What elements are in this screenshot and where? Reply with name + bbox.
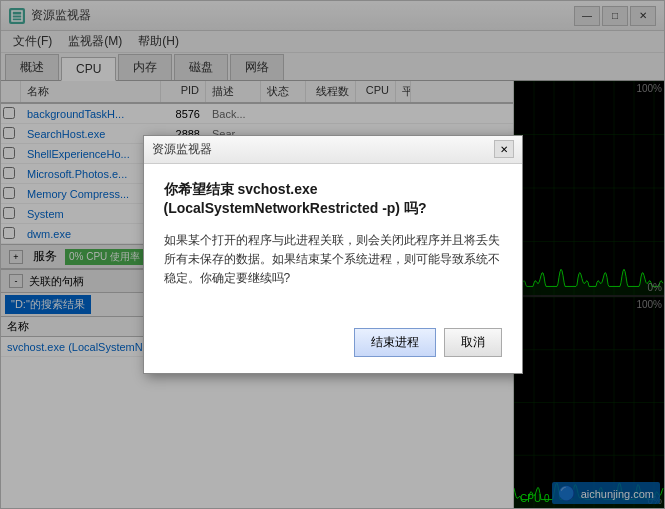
- dialog-body: 你希望结束 svchost.exe (LocalSystemNetworkRes…: [144, 164, 522, 321]
- dialog-main-text: 你希望结束 svchost.exe (LocalSystemNetworkRes…: [164, 180, 502, 219]
- confirm-dialog: 资源监视器 ✕ 你希望结束 svchost.exe (LocalSystemNe…: [143, 135, 523, 375]
- dialog-buttons: 结束进程 取消: [144, 320, 522, 373]
- dialog-overlay: 资源监视器 ✕ 你希望结束 svchost.exe (LocalSystemNe…: [1, 1, 664, 508]
- dialog-sub-text: 如果某个打开的程序与此进程关联，则会关闭此程序并且将丢失所有未保存的数据。如果结…: [164, 231, 502, 289]
- dialog-title: 资源监视器: [152, 141, 494, 158]
- confirm-end-process-button[interactable]: 结束进程: [354, 328, 436, 357]
- dialog-title-bar: 资源监视器 ✕: [144, 136, 522, 164]
- main-window: 资源监视器 — □ ✕ 文件(F) 监视器(M) 帮助(H) 概述 CPU 内存…: [0, 0, 665, 509]
- dialog-close-button[interactable]: ✕: [494, 140, 514, 158]
- cancel-button[interactable]: 取消: [444, 328, 502, 357]
